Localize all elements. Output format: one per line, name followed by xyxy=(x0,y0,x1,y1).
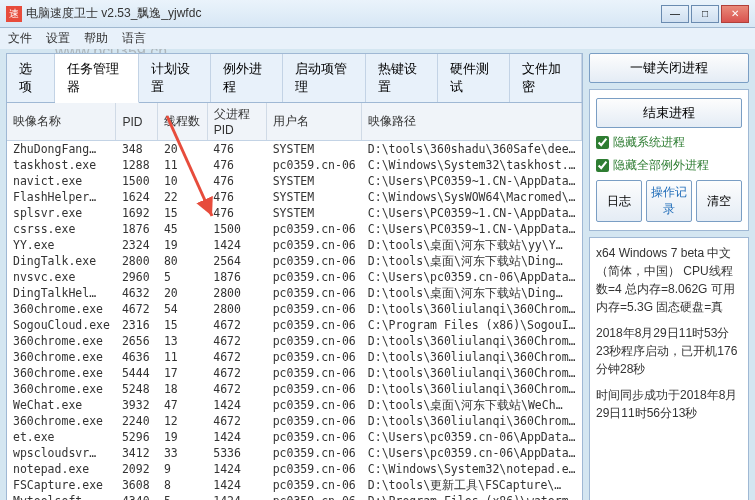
table-row[interactable]: wpscloudsvr…3412335336pc0359.cn-06C:\Use… xyxy=(7,445,582,461)
menubar: 文件设置帮助语言 xyxy=(0,28,755,49)
table-row[interactable]: 360chrome.exe5248184672pc0359.cn-06D:\to… xyxy=(7,381,582,397)
table-row[interactable]: Mytoolsoft …434051424pc0359.cn-06D:\Prog… xyxy=(7,493,582,500)
close-all-button[interactable]: 一键关闭进程 xyxy=(589,53,749,83)
table-row[interactable]: DingTalk.exe2800802564pc0359.cn-06D:\too… xyxy=(7,253,582,269)
maximize-button[interactable]: □ xyxy=(691,5,719,23)
table-row[interactable]: DingTalkHel…4632202800pc0359.cn-06D:\too… xyxy=(7,285,582,301)
tab-例外进程[interactable]: 例外进程 xyxy=(211,54,283,102)
close-button[interactable]: ✕ xyxy=(721,5,749,23)
tab-文件加密[interactable]: 文件加密 xyxy=(510,54,582,102)
menu-帮助[interactable]: 帮助 xyxy=(84,30,108,47)
app-icon: 速 xyxy=(6,6,22,22)
menu-设置[interactable]: 设置 xyxy=(46,30,70,47)
table-row[interactable]: 360chrome.exe4672542800pc0359.cn-06D:\to… xyxy=(7,301,582,317)
column-header[interactable]: PID xyxy=(116,103,158,141)
table-row[interactable]: 360chrome.exe5444174672pc0359.cn-06D:\to… xyxy=(7,365,582,381)
table-row[interactable]: csrss.exe1876451500pc0359.cn-06C:\Users\… xyxy=(7,221,582,237)
table-row[interactable]: 360chrome.exe2240124672pc0359.cn-06D:\to… xyxy=(7,413,582,429)
table-row[interactable]: notepad.exe209291424pc0359.cn-06C:\Windo… xyxy=(7,461,582,477)
task-table[interactable]: 映像名称PID线程数父进程PID用户名映像路径 ZhuDongFang…3482… xyxy=(7,103,582,500)
table-row[interactable]: ZhuDongFang…34820476SYSTEMD:\tools\360sh… xyxy=(7,141,582,158)
column-header[interactable]: 映像路径 xyxy=(362,103,582,141)
end-process-button[interactable]: 结束进程 xyxy=(596,98,742,128)
table-row[interactable]: taskhost.exe128811476pc0359.cn-06C:\Wind… xyxy=(7,157,582,173)
hide-exception-checkbox[interactable]: 隐藏全部例外进程 xyxy=(596,157,742,174)
tab-启动项管理[interactable]: 启动项管理 xyxy=(283,54,367,102)
column-header[interactable]: 映像名称 xyxy=(7,103,116,141)
tab-计划设置[interactable]: 计划设置 xyxy=(139,54,211,102)
tab-硬件测试[interactable]: 硬件测试 xyxy=(438,54,510,102)
column-header[interactable]: 父进程PID xyxy=(207,103,266,141)
table-row[interactable]: navict.exe150010476SYSTEMC:\Users\PC0359… xyxy=(7,173,582,189)
menu-语言[interactable]: 语言 xyxy=(122,30,146,47)
table-row[interactable]: FlashHelper…162422476SYSTEMC:\Windows\Sy… xyxy=(7,189,582,205)
info-panel: x64 Windows 7 beta 中文（简体，中国） CPU线程数=4 总内… xyxy=(589,237,749,500)
window-title: 电脑速度卫士 v2.53_飘逸_yjwfdc xyxy=(26,5,201,22)
tab-任务管理器[interactable]: 任务管理器 xyxy=(55,54,139,103)
table-row[interactable]: WeChat.exe3932471424pc0359.cn-06D:\tools… xyxy=(7,397,582,413)
clear-button[interactable]: 清空 xyxy=(696,180,742,222)
table-row[interactable]: FSCapture.exe360881424pc0359.cn-06D:\too… xyxy=(7,477,582,493)
table-row[interactable]: 360chrome.exe4636114672pc0359.cn-06D:\to… xyxy=(7,349,582,365)
table-row[interactable]: nvsvc.exe296051876pc0359.cn-06C:\Users\p… xyxy=(7,269,582,285)
tab-热键设置[interactable]: 热键设置 xyxy=(366,54,438,102)
hide-system-checkbox[interactable]: 隐藏系统进程 xyxy=(596,134,742,151)
log-button[interactable]: 日志 xyxy=(596,180,642,222)
table-row[interactable]: SogouCloud.exe2316154672pc0359.cn-06C:\P… xyxy=(7,317,582,333)
table-row[interactable]: YY.exe2324191424pc0359.cn-06D:\tools\桌面\… xyxy=(7,237,582,253)
table-row[interactable]: splsvr.exe169215476SYSTEMC:\Users\PC0359… xyxy=(7,205,582,221)
table-row[interactable]: 360chrome.exe2656134672pc0359.cn-06D:\to… xyxy=(7,333,582,349)
column-header[interactable]: 线程数 xyxy=(158,103,207,141)
menu-文件[interactable]: 文件 xyxy=(8,30,32,47)
record-button[interactable]: 操作记录 xyxy=(646,180,692,222)
table-row[interactable]: et.exe5296191424pc0359.cn-06C:\Users\pc0… xyxy=(7,429,582,445)
tab-选项[interactable]: 选项 xyxy=(7,54,55,102)
tabs: 选项任务管理器计划设置例外进程启动项管理热键设置硬件测试文件加密 xyxy=(7,54,582,103)
column-header[interactable]: 用户名 xyxy=(267,103,362,141)
minimize-button[interactable]: — xyxy=(661,5,689,23)
titlebar: 速 电脑速度卫士 v2.53_飘逸_yjwfdc — □ ✕ xyxy=(0,0,755,28)
